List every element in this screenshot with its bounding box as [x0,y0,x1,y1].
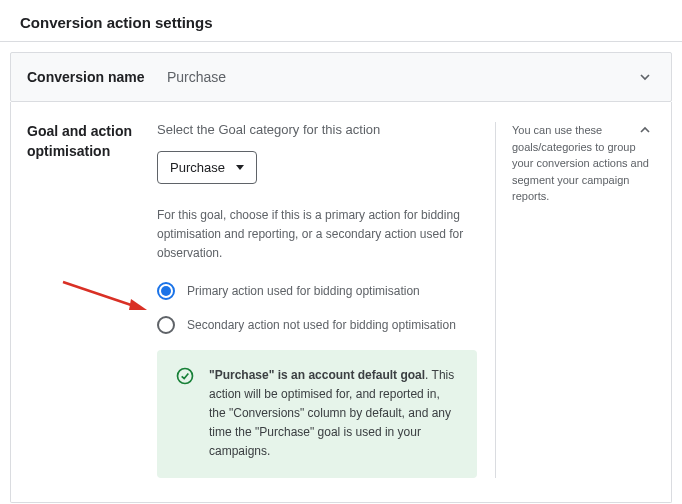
conversion-name-label: Conversion name [27,69,167,85]
section-heading: Goal and action optimisation [27,122,157,478]
info-text: "Purchase" is an account default goal. T… [209,366,459,462]
goal-optimisation-card: Goal and action optimisation Select the … [10,102,672,503]
radio-button-icon [157,282,175,300]
goal-category-select[interactable]: Purchase [157,151,257,184]
radio-button-icon [157,316,175,334]
svg-point-0 [178,368,193,383]
radio-primary-action[interactable]: Primary action used for bidding optimisa… [157,282,477,300]
chevron-down-icon [635,67,655,87]
conversion-name-value: Purchase [167,69,635,85]
page-title: Conversion action settings [0,0,682,41]
collapse-button[interactable] [635,120,655,140]
radio-label-primary: Primary action used for bidding optimisa… [187,284,420,298]
category-instruction: Select the Goal category for this action [157,122,477,137]
check-circle-icon [175,366,195,462]
primary-secondary-help: For this goal, choose if this is a prima… [157,206,477,264]
radio-secondary-action[interactable]: Secondary action not used for bidding op… [157,316,477,334]
radio-label-secondary: Secondary action not used for bidding op… [187,318,456,332]
conversion-name-row[interactable]: Conversion name Purchase [10,52,672,102]
caret-down-icon [236,165,244,170]
info-banner: "Purchase" is an account default goal. T… [157,350,477,478]
side-help-text: You can use these goals/categories to gr… [495,122,655,478]
goal-category-value: Purchase [170,160,225,175]
